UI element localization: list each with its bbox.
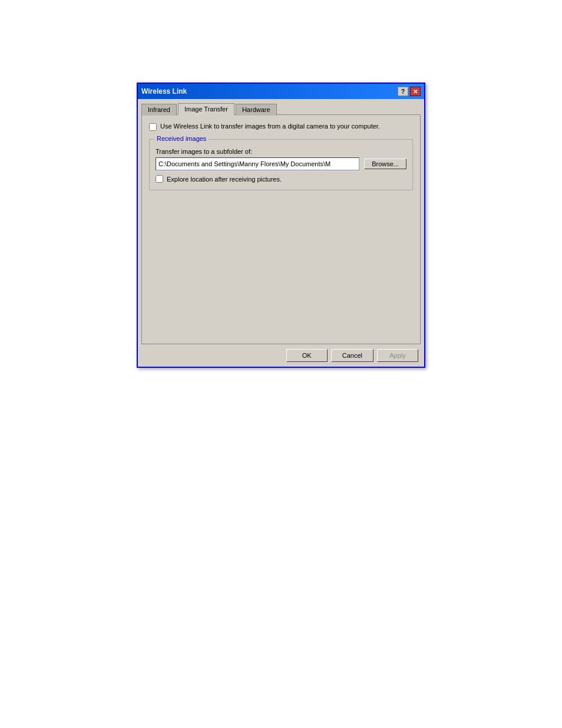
use-wireless-checkbox[interactable] — [149, 123, 157, 131]
use-wireless-row: Use Wireless Link to transfer images fro… — [149, 122, 413, 131]
ok-button[interactable]: OK — [286, 349, 328, 362]
close-button[interactable]: ✕ — [410, 87, 421, 96]
explore-checkbox-row: Explore location after receiving picture… — [156, 175, 406, 183]
dialog-title: Wireless Link — [141, 87, 187, 95]
browse-button[interactable]: Browse... — [364, 159, 406, 169]
path-input[interactable] — [156, 157, 359, 170]
subfolder-label: Transfer images to a subfolder of: — [156, 148, 406, 155]
group-title: Received images — [154, 135, 209, 142]
apply-button[interactable]: Apply — [377, 349, 418, 362]
help-button[interactable]: ? — [398, 87, 408, 96]
dialog-footer: OK Cancel Apply — [138, 344, 424, 367]
explore-label: Explore location after receiving picture… — [167, 176, 282, 183]
path-row: Browse... — [156, 157, 406, 170]
tabs-bar: Infrared Image Transfer Hardware — [138, 99, 424, 114]
tab-image-transfer[interactable]: Image Transfer — [178, 103, 234, 115]
title-bar: Wireless Link ? ✕ — [138, 84, 424, 99]
tab-hardware[interactable]: Hardware — [236, 104, 277, 116]
use-wireless-label: Use Wireless Link to transfer images fro… — [160, 122, 380, 131]
cancel-button[interactable]: Cancel — [331, 349, 373, 362]
tab-infrared[interactable]: Infrared — [141, 104, 177, 116]
tab-content: Use Wireless Link to transfer images fro… — [141, 114, 421, 344]
received-images-group: Received images Transfer images to a sub… — [149, 139, 413, 190]
title-bar-buttons: ? ✕ — [398, 87, 421, 96]
wireless-link-dialog: Wireless Link ? ✕ Infrared Image Transfe… — [137, 83, 425, 368]
explore-checkbox[interactable] — [156, 175, 163, 183]
group-inner: Transfer images to a subfolder of: Brows… — [156, 148, 406, 183]
